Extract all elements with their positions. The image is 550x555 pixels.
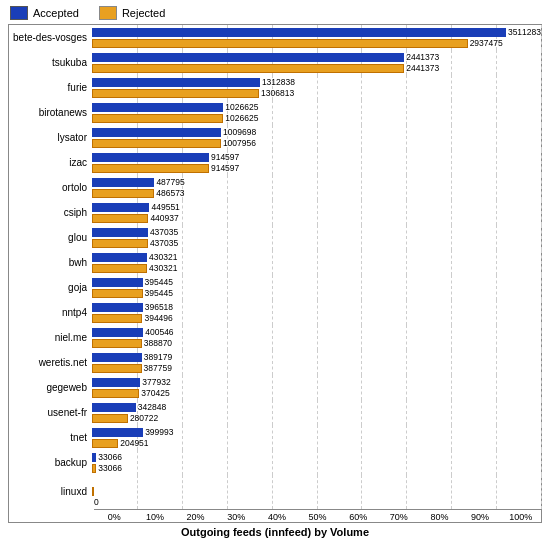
chart-inner: bete-des-vosges35112832937475tsukuba2441… xyxy=(9,25,541,509)
x-tick: 0% xyxy=(94,510,135,522)
y-label: backup xyxy=(9,458,92,468)
bar-group: 13128381306813 xyxy=(92,75,541,100)
bar-accepted-label: 487795 xyxy=(156,177,184,187)
bar-rejected-label: 388870 xyxy=(144,338,172,348)
x-tick: 100% xyxy=(500,510,541,522)
bar-row: birotanews10266251026625 xyxy=(9,100,541,125)
x-tick: 30% xyxy=(216,510,257,522)
legend-rejected-box xyxy=(99,6,117,20)
bar-row: tnet399993204951 xyxy=(9,425,541,450)
legend: Accepted Rejected xyxy=(0,0,550,24)
bar-accepted-label: 1009698 xyxy=(223,127,256,137)
legend-accepted-label: Accepted xyxy=(33,7,79,19)
legend-rejected: Rejected xyxy=(99,6,165,20)
chart-container: Accepted Rejected bete-des-vosges3511283… xyxy=(0,0,550,555)
bar-accepted-label: 914597 xyxy=(211,152,239,162)
bar-rejected-label: 1007956 xyxy=(223,138,256,148)
x-tick: 10% xyxy=(135,510,176,522)
y-label: usenet-fr xyxy=(9,408,92,418)
bar-group: 437035437035 xyxy=(92,225,541,250)
bar-row: usenet-fr342848280722 xyxy=(9,400,541,425)
bar-group: 24413732441373 xyxy=(92,50,541,75)
bar-rejected-label: 437035 xyxy=(150,238,178,248)
bar-accepted-label: 1312838 xyxy=(262,77,295,87)
bar-row: bwh430321430321 xyxy=(9,250,541,275)
bar-group: 487795486573 xyxy=(92,175,541,200)
bar-accepted-label: 389179 xyxy=(144,352,172,362)
legend-rejected-label: Rejected xyxy=(122,7,165,19)
bar-group: 399993204951 xyxy=(92,425,541,450)
bar-group: 430321430321 xyxy=(92,250,541,275)
bar-row: linuxd0 xyxy=(9,475,541,509)
bar-row: glou437035437035 xyxy=(9,225,541,250)
x-tick: 70% xyxy=(378,510,419,522)
bar-rejected-label: 394496 xyxy=(144,313,172,323)
bar-rejected-label: 395445 xyxy=(145,288,173,298)
legend-accepted-box xyxy=(10,6,28,20)
y-label: bete-des-vosges xyxy=(9,33,92,43)
x-tick: 20% xyxy=(175,510,216,522)
bar-rejected-label: 2937475 xyxy=(470,38,503,48)
bar-group: 914597914597 xyxy=(92,150,541,175)
y-label: weretis.net xyxy=(9,358,92,368)
bar-accepted-label: 377932 xyxy=(142,377,170,387)
bar-group: 377932370425 xyxy=(92,375,541,400)
bar-rejected-label: 204951 xyxy=(120,438,148,448)
x-tick: 50% xyxy=(297,510,338,522)
bar-group: 10096981007956 xyxy=(92,125,541,150)
bar-row: nntp4396518394496 xyxy=(9,300,541,325)
bar-rejected-label: 440937 xyxy=(150,213,178,223)
bar-accepted-label: 400546 xyxy=(145,327,173,337)
x-axis: 0%10%20%30%40%50%60%70%80%90%100% xyxy=(94,509,541,522)
bar-row: goja395445395445 xyxy=(9,275,541,300)
bar-group: 342848280722 xyxy=(92,400,541,425)
y-label: niel.me xyxy=(9,333,92,343)
bar-accepted-label: 449551 xyxy=(151,202,179,212)
bar-row: gegeweb377932370425 xyxy=(9,375,541,400)
bar-rejected-label: 2441373 xyxy=(406,63,439,73)
bar-group: 10266251026625 xyxy=(92,100,541,125)
bar-group: 0 xyxy=(92,475,541,509)
bar-accepted-label: 2441373 xyxy=(406,52,439,62)
bar-accepted-label: 399993 xyxy=(145,427,173,437)
y-label: goja xyxy=(9,283,92,293)
y-label: bwh xyxy=(9,258,92,268)
bar-rejected-label: 33066 xyxy=(98,463,122,473)
bar-row: furie13128381306813 xyxy=(9,75,541,100)
bar-row: izac914597914597 xyxy=(9,150,541,175)
bar-rejected-label: 486573 xyxy=(156,188,184,198)
bar-rejected-label: 370425 xyxy=(141,388,169,398)
y-label: furie xyxy=(9,83,92,93)
bar-group: 396518394496 xyxy=(92,300,541,325)
bar-rejected-label: 1306813 xyxy=(261,88,294,98)
x-tick: 60% xyxy=(338,510,379,522)
bar-rejected-label: 430321 xyxy=(149,263,177,273)
bar-accepted-label: 395445 xyxy=(145,277,173,287)
bar-group: 400546388870 xyxy=(92,325,541,350)
bar-accepted-label: 33066 xyxy=(98,452,122,462)
y-label: tnet xyxy=(9,433,92,443)
y-label: nntp4 xyxy=(9,308,92,318)
bar-accepted-label: 396518 xyxy=(145,302,173,312)
bar-accepted-label: 3511283 xyxy=(508,27,541,37)
bar-accepted-label: 437035 xyxy=(150,227,178,237)
y-label: glou xyxy=(9,233,92,243)
bar-group: 449551440937 xyxy=(92,200,541,225)
bar-rejected-label: 914597 xyxy=(211,163,239,173)
bar-row: weretis.net389179387759 xyxy=(9,350,541,375)
chart-area: bete-des-vosges35112832937475tsukuba2441… xyxy=(8,24,542,523)
x-tick: 80% xyxy=(419,510,460,522)
y-label: gegeweb xyxy=(9,383,92,393)
bar-group: 35112832937475 xyxy=(92,25,541,50)
bar-group: 395445395445 xyxy=(92,275,541,300)
bar-accepted-label: 1026625 xyxy=(225,102,258,112)
y-label: ortolo xyxy=(9,183,92,193)
bar-row: backup3306633066 xyxy=(9,450,541,475)
y-label: izac xyxy=(9,158,92,168)
bar-row: tsukuba24413732441373 xyxy=(9,50,541,75)
y-label: lysator xyxy=(9,133,92,143)
bar-row: lysator10096981007956 xyxy=(9,125,541,150)
bar-row: niel.me400546388870 xyxy=(9,325,541,350)
bar-row: csiph449551440937 xyxy=(9,200,541,225)
bar-group: 389179387759 xyxy=(92,350,541,375)
